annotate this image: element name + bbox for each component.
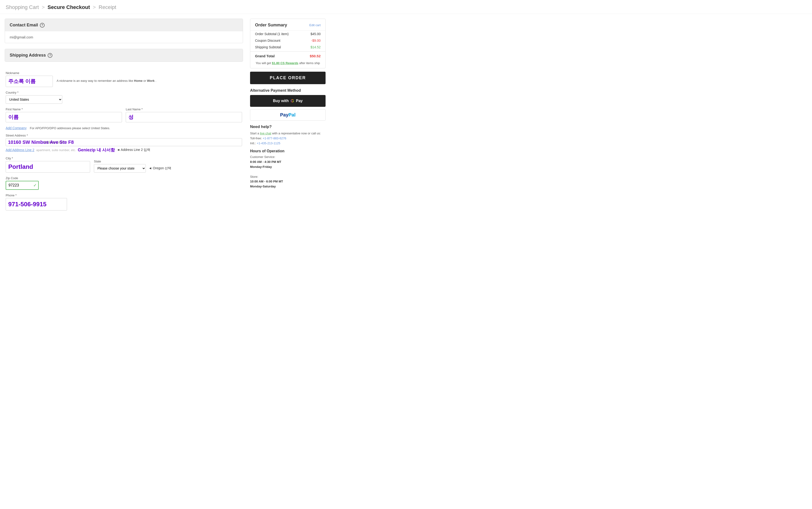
firstname-label: First Name * xyxy=(6,107,122,111)
shipping-label: Shipping Subtotal xyxy=(255,45,281,49)
phone-label: Phone * xyxy=(6,194,242,197)
gpay-button[interactable]: Buy with G Pay xyxy=(250,95,326,107)
line2-placeholder: apartment, suite number, etc. xyxy=(36,148,76,152)
name-row: First Name * Last Name * xyxy=(6,107,242,122)
order-summary-header: Order Summary Edit cart xyxy=(250,19,325,31)
cs-hours: 8:00 AM - 4:30 PM MT xyxy=(250,160,281,164)
nickname-input[interactable] xyxy=(6,76,53,87)
breadcrumb-sep1: > xyxy=(42,4,45,10)
order-summary-box: Order Summary Edit cart Order Subtotal (… xyxy=(250,19,326,68)
edit-cart-link[interactable]: Edit cart xyxy=(309,23,321,27)
add-company-link[interactable]: Add Company xyxy=(6,126,27,130)
zip-input-wrapper: ✓ xyxy=(6,181,39,190)
shipping-address-section: Shipping Address ? xyxy=(5,49,243,62)
add-line2-row: Add Address Line 2 apartment, suite numb… xyxy=(6,147,242,153)
zip-group: Zip Code ✓ xyxy=(6,176,242,190)
grand-total-line: Grand Total $50.52 xyxy=(250,52,325,59)
country-group: Country * United States xyxy=(6,91,242,104)
contact-email-label: Contact Email xyxy=(10,23,38,28)
subtotal-label: Order Subtotal (1 item) xyxy=(255,32,289,36)
tollfree-link[interactable]: +1-877-883-6276 xyxy=(263,136,286,140)
zip-check-icon: ✓ xyxy=(33,183,37,188)
breadcrumb-receipt: Receipt xyxy=(99,4,116,10)
contact-email-value: mi@gmail.com xyxy=(5,31,243,43)
state-arrow-note: ◄ Oregon 선택 xyxy=(149,166,171,170)
state-row: Please choose your state Oregon ◄ Oregon… xyxy=(94,164,171,173)
country-label: Country * xyxy=(6,91,242,94)
discount-value: -$9.00 xyxy=(311,39,321,42)
shipping-address-header: Shipping Address ? xyxy=(5,49,243,62)
breadcrumb-secure-checkout: Secure Checkout xyxy=(47,4,90,10)
gpay-prefix: Buy with xyxy=(273,99,289,103)
company-row: Add Company For APO/FPO/DPO addresses pl… xyxy=(6,126,242,130)
firstname-group: First Name * xyxy=(6,107,122,122)
zip-label: Zip Code xyxy=(6,176,242,180)
lastname-label: Last Name * xyxy=(126,107,242,111)
lastname-input[interactable] xyxy=(126,112,242,122)
discount-line: Coupon Discount -$9.00 xyxy=(250,37,325,44)
street-address-group: Street Address * 10160 SW Nimbus Ave Ste… xyxy=(6,134,242,146)
paypal-text: PayPal xyxy=(280,112,296,117)
shipping-address-label: Shipping Address xyxy=(10,53,46,58)
rewards-amount: $1.80 CS Rewards xyxy=(272,61,298,65)
breadcrumb-shopping-cart[interactable]: Shopping Cart xyxy=(6,4,39,10)
rewards-note: You will get $1.80 CS Rewards after item… xyxy=(250,59,325,68)
discount-label: Coupon Discount xyxy=(255,39,280,42)
subtotal-value: $45.00 xyxy=(311,32,321,36)
city-label: City * xyxy=(6,157,90,160)
apo-note: For APO/FPO/DPO addresses please select … xyxy=(30,126,110,130)
phone-group: Phone * xyxy=(6,194,242,210)
order-summary-title: Order Summary xyxy=(255,23,287,28)
phone-input[interactable] xyxy=(6,198,67,210)
gpay-g-letter: G xyxy=(291,98,294,103)
city-group: City * xyxy=(6,157,90,173)
nickname-hint: A nickname is an easy way to remember an… xyxy=(57,76,242,82)
firstname-input[interactable] xyxy=(6,112,122,122)
line2-korean-value: Geniezip 내 사서함 xyxy=(78,147,115,153)
contact-email-help-icon[interactable]: ? xyxy=(40,23,44,28)
hours-title: Hours of Operation xyxy=(250,149,326,153)
city-state-row: City * State Please choose your state Or… xyxy=(6,157,242,173)
place-order-button[interactable]: PLACE ORDER xyxy=(250,72,326,84)
line2-arrow: ◄ Address Line 2 입력 xyxy=(117,148,150,152)
shipping-line: Shipping Subtotal $14.52 xyxy=(250,44,325,50)
grand-label: Grand Total xyxy=(255,54,274,58)
shipping-form: Nickname A nickname is an easy way to re… xyxy=(5,67,243,210)
street-input[interactable] xyxy=(6,138,242,146)
store-hours: 10:00 AM - 6:00 PM MT xyxy=(250,180,283,183)
live-chat-link[interactable]: live chat xyxy=(260,132,271,135)
lastname-group: Last Name * xyxy=(126,107,242,122)
gpay-suffix: Pay xyxy=(296,99,302,103)
shipping-value: $14.52 xyxy=(311,45,321,49)
breadcrumb: Shopping Cart > Secure Checkout > Receip… xyxy=(0,0,812,14)
shipping-address-help-icon[interactable]: ? xyxy=(47,53,53,58)
subtotal-line: Order Subtotal (1 item) $45.00 xyxy=(250,31,325,37)
cs-days: Monday-Friday xyxy=(250,165,272,169)
need-help-title: Need help? xyxy=(250,125,326,129)
state-group: State Please choose your state Oregon ◄ … xyxy=(94,160,171,173)
street-label: Street Address * xyxy=(6,134,242,137)
store-days: Monday-Saturday xyxy=(250,184,276,188)
city-input[interactable] xyxy=(6,161,90,173)
breadcrumb-sep2: > xyxy=(93,4,96,10)
hours-text: Customer Service: 8:00 AM - 4:30 PM MT M… xyxy=(250,155,326,189)
intl-link[interactable]: +1-435-213-1125 xyxy=(257,141,280,145)
add-line2-link[interactable]: Add Address Line 2 xyxy=(6,148,34,152)
help-text: Start a live chat with a representative … xyxy=(250,131,326,146)
country-select[interactable]: United States xyxy=(6,95,62,104)
nickname-label: Nickname xyxy=(6,71,242,75)
state-select[interactable]: Please choose your state Oregon xyxy=(94,164,146,173)
state-label: State xyxy=(94,160,171,163)
contact-email-header: Contact Email ? xyxy=(5,19,243,31)
alt-payment-title: Alternative Payment Method xyxy=(250,89,326,93)
paypal-button[interactable]: PayPal xyxy=(250,109,326,121)
nickname-group: Nickname A nickname is an easy way to re… xyxy=(6,71,242,87)
grand-value: $50.52 xyxy=(310,54,321,58)
contact-email-section: Contact Email ? mi@gmail.com xyxy=(5,19,243,43)
